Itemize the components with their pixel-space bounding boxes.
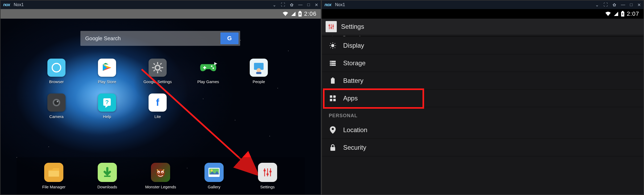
- app-play-games[interactable]: Play Games: [192, 59, 224, 84]
- svg-rect-66: [333, 95, 336, 98]
- app-label: Browser: [49, 79, 64, 84]
- svg-point-12: [211, 66, 212, 67]
- svg-point-33: [211, 169, 213, 172]
- svg-point-13: [212, 67, 214, 69]
- gear-icon[interactable]: ✿: [290, 2, 293, 7]
- app-label: Help: [103, 114, 111, 119]
- app-label: Google Settings: [143, 79, 172, 84]
- svg-text:?: ?: [105, 99, 109, 105]
- svg-line-55: [335, 43, 335, 44]
- app-label: Camera: [49, 114, 63, 119]
- app-lite[interactable]: f Lite: [142, 94, 174, 119]
- app-label: Monster Legends: [145, 185, 176, 189]
- app-grid: Browser Play Store Google Settings Play …: [40, 59, 293, 119]
- app-label: People: [253, 79, 265, 84]
- settings-row-display[interactable]: Display: [322, 37, 643, 54]
- row-label: Battery: [343, 77, 363, 84]
- app-label: Lite: [154, 114, 161, 119]
- svg-rect-24: [48, 171, 59, 177]
- settings-row-sound-partial[interactable]: Sound: [322, 35, 643, 36]
- svg-rect-7: [161, 67, 163, 68]
- monster-legends-icon: [151, 163, 170, 182]
- svg-rect-41: [622, 11, 624, 12]
- settings-row-location[interactable]: Location: [322, 121, 643, 139]
- app-camera[interactable]: Camera: [40, 94, 72, 119]
- svg-rect-11: [153, 70, 155, 72]
- window-controls: ⌄ ⛶ ✿ — □ ✕: [595, 2, 641, 7]
- section-personal: PERSONAL: [322, 107, 643, 121]
- google-search-button[interactable]: G: [220, 32, 239, 44]
- nox-window-title: Nox1: [335, 2, 345, 7]
- close-icon[interactable]: ✕: [315, 2, 318, 7]
- svg-rect-1: [299, 11, 301, 12]
- dock-gallery[interactable]: Gallery: [198, 163, 230, 189]
- settings-row-security[interactable]: Security: [322, 139, 643, 156]
- close-icon[interactable]: ✕: [637, 2, 641, 7]
- svg-rect-67: [330, 99, 332, 101]
- speaker-icon: [329, 35, 336, 36]
- nox-titlebar: nox Nox1 ⌄ ⛶ ✿ — □ ✕: [1, 1, 321, 9]
- settings-sliders-icon: [258, 163, 277, 182]
- chevron-down-icon[interactable]: ⌄: [595, 2, 599, 7]
- svg-rect-6: [152, 67, 154, 68]
- chevron-down-icon[interactable]: ⌄: [273, 2, 276, 7]
- fullscreen-icon[interactable]: ⛶: [281, 2, 285, 7]
- dock-downloads[interactable]: Downloads: [91, 163, 123, 189]
- signal-icon: [613, 11, 619, 17]
- android-status-bar: 2:06: [1, 9, 321, 19]
- fullscreen-icon[interactable]: ⛶: [604, 2, 608, 7]
- settings-title: Settings: [341, 23, 364, 30]
- svg-rect-25: [104, 176, 110, 177]
- app-people[interactable]: People: [243, 59, 275, 84]
- app-browser[interactable]: Browser: [40, 59, 72, 84]
- svg-rect-63: [331, 78, 335, 84]
- apps-icon: [329, 95, 337, 102]
- battery-icon: [329, 77, 337, 84]
- svg-rect-16: [256, 72, 261, 74]
- app-google-settings[interactable]: Google Settings: [142, 59, 174, 84]
- settings-sliders-icon: [326, 21, 337, 32]
- settings-row-battery[interactable]: Battery: [322, 72, 643, 90]
- app-label: Downloads: [97, 185, 117, 189]
- row-label: Sound: [342, 35, 360, 36]
- app-play-store[interactable]: Play Store: [91, 59, 123, 84]
- svg-line-56: [330, 47, 331, 48]
- nox-titlebar: nox Nox1 ⌄ ⛶ ✿ — □ ✕: [322, 1, 643, 9]
- maximize-icon[interactable]: □: [307, 2, 310, 7]
- play-games-icon: [199, 59, 217, 77]
- minimize-icon[interactable]: —: [298, 2, 302, 7]
- svg-rect-70: [330, 147, 335, 151]
- play-store-icon: [98, 59, 116, 77]
- app-label: File Manager: [42, 185, 66, 189]
- svg-point-48: [331, 44, 334, 47]
- settings-row-apps[interactable]: Apps: [322, 90, 643, 107]
- svg-rect-64: [332, 78, 334, 78]
- svg-rect-8: [153, 63, 155, 65]
- svg-rect-5: [157, 71, 158, 73]
- maximize-icon[interactable]: □: [630, 2, 633, 7]
- google-settings-icon: [149, 59, 167, 77]
- dock-monster-legends[interactable]: Monster Legends: [145, 163, 177, 189]
- google-search-bar[interactable]: G: [80, 31, 240, 46]
- dock: File Manager Downloads Monster Legends G…: [17, 157, 305, 194]
- app-label: Play Store: [98, 79, 116, 84]
- settings-header: Settings: [322, 19, 643, 35]
- svg-point-60: [331, 61, 331, 62]
- dock-settings[interactable]: Settings: [252, 163, 284, 189]
- svg-rect-9: [160, 70, 162, 72]
- home-screen[interactable]: G Browser Play Store Google S: [1, 19, 321, 194]
- settings-row-storage[interactable]: Storage: [322, 54, 643, 72]
- svg-point-45: [329, 25, 330, 26]
- dock-file-manager[interactable]: File Manager: [38, 163, 70, 189]
- row-label: Storage: [343, 59, 366, 67]
- svg-point-30: [162, 172, 163, 173]
- status-time: 2:06: [304, 10, 317, 17]
- gear-icon[interactable]: ✿: [613, 2, 616, 7]
- app-label: Settings: [260, 185, 275, 189]
- search-input[interactable]: [80, 35, 220, 42]
- app-help[interactable]: ? Help: [91, 94, 123, 119]
- minimize-icon[interactable]: —: [621, 2, 625, 7]
- svg-point-69: [332, 128, 334, 130]
- app-label: Play Games: [197, 79, 219, 84]
- app-label: Gallery: [208, 185, 220, 189]
